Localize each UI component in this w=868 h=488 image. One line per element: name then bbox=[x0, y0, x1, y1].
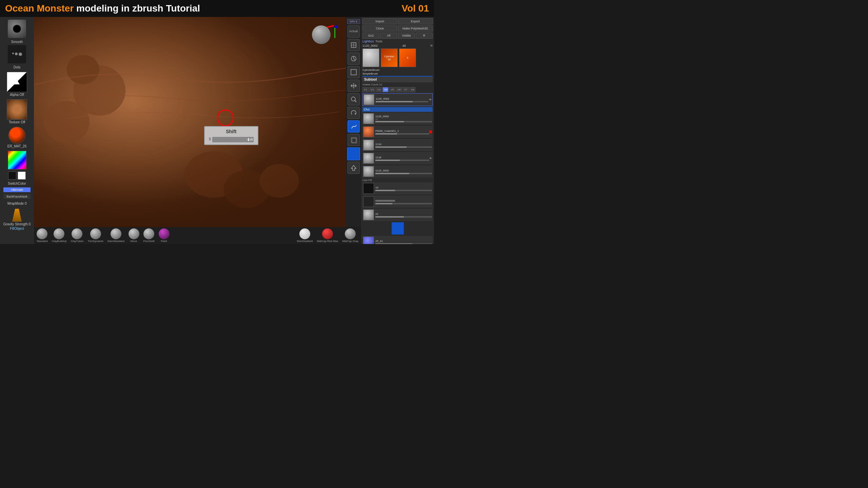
material-sphere[interactable] bbox=[8, 127, 25, 144]
subtool-info-0: 1120_0002 bbox=[374, 97, 428, 102]
vtab-v3[interactable]: V3 bbox=[376, 87, 382, 92]
svg-point-7 bbox=[260, 164, 299, 198]
clvz-button[interactable]: Clvz bbox=[362, 107, 433, 112]
subtool-slider-14[interactable] bbox=[375, 190, 432, 191]
dots-brush-preview[interactable] bbox=[8, 45, 26, 63]
subtool-slider-1115[interactable] bbox=[375, 173, 432, 174]
rotate-button[interactable] bbox=[348, 107, 360, 119]
brush-standard[interactable]: Standard bbox=[37, 228, 47, 243]
vtab-v1[interactable]: V1 bbox=[362, 87, 369, 92]
brush-claybuildup[interactable]: ClayBuildUp bbox=[52, 228, 66, 243]
cylinder-label: CylinderBrush bbox=[362, 68, 379, 72]
subtool-slider-zeros[interactable] bbox=[375, 203, 432, 204]
tool-thumb-simple[interactable]: S bbox=[399, 48, 416, 67]
brush-matcap-red[interactable]: MatCap Red Wax bbox=[317, 228, 338, 243]
material-label: ER_MAT_26 bbox=[7, 144, 27, 148]
subtool-slider-0[interactable] bbox=[376, 101, 428, 102]
alpha-box[interactable] bbox=[7, 72, 27, 92]
dynamic-button[interactable] bbox=[348, 53, 360, 65]
tool-thumbs-row: Cylinder3D S bbox=[362, 48, 433, 67]
subtool-item-zeros[interactable]: 0000000000000 bbox=[362, 196, 433, 208]
vtab-v2[interactable]: V2 bbox=[369, 87, 375, 92]
subtool-info-pm3d: PM3D_Cube3D1_1 bbox=[374, 129, 429, 135]
material-section[interactable]: ER_MAT_26 bbox=[7, 127, 27, 148]
zoomd-button[interactable] bbox=[348, 93, 360, 105]
subtool-eye-0[interactable]: 👁 bbox=[429, 98, 432, 101]
texture-box[interactable] bbox=[7, 99, 27, 120]
subtool-slider-1114[interactable] bbox=[375, 146, 432, 148]
gravity-label: Gravity Strength 0 bbox=[3, 222, 31, 226]
brush-ball-skinshaded4 bbox=[299, 228, 310, 239]
subtool-item-1116[interactable]: 1116 👁 bbox=[362, 152, 433, 164]
lightbox-link[interactable]: Lightbox bbox=[362, 40, 374, 43]
active-panel-indicator[interactable] bbox=[347, 147, 360, 160]
brush-trimdynamic[interactable]: TrimDynamic bbox=[87, 228, 103, 243]
canvas-area[interactable]: Shift S Shift bbox=[34, 17, 361, 227]
subtool-item-1[interactable]: 1120_0002 12 bbox=[362, 113, 433, 125]
subtool-item-pm3d[interactable]: PM3D_Cube3D1_1 bbox=[362, 126, 433, 138]
gizmo-sphere[interactable] bbox=[312, 25, 331, 44]
subtool-item-21[interactable]: 21 bbox=[362, 209, 433, 221]
import-button[interactable]: Import bbox=[362, 18, 397, 24]
arall-button[interactable] bbox=[348, 39, 360, 51]
subtool-slider-1[interactable] bbox=[375, 121, 432, 122]
subtool-item-25-21[interactable]: 25_21 bbox=[362, 236, 433, 244]
color-picker-section[interactable] bbox=[8, 151, 26, 169]
left-sidebar: Smooth Dots Alpha Off Texture Off ER_MAT… bbox=[0, 17, 34, 244]
brush-paint[interactable]: Paint bbox=[159, 228, 170, 243]
vtab-v5[interactable]: V5 bbox=[389, 87, 395, 92]
subtool-slider-21[interactable] bbox=[375, 216, 432, 218]
subtool-slider-1116[interactable] bbox=[375, 160, 429, 161]
fill-label[interactable]: FillObject bbox=[10, 227, 24, 230]
tool-thumb-cylinder[interactable]: Cylinder3D bbox=[381, 48, 398, 67]
frame-button[interactable] bbox=[348, 66, 360, 78]
vtab-v6[interactable]: V6 bbox=[396, 87, 402, 92]
go2-button[interactable]: Go2 bbox=[362, 33, 379, 39]
tool-thumb-1[interactable] bbox=[362, 48, 379, 67]
actual-button[interactable]: Actual bbox=[348, 25, 360, 38]
export-button[interactable]: Export bbox=[398, 18, 433, 24]
texture-section[interactable]: Texture Off bbox=[2, 99, 32, 124]
right-panel: Import Export Clone Make PolyMesh3D Go2 … bbox=[361, 17, 434, 244]
swatch-black[interactable] bbox=[8, 171, 16, 180]
swatch-white[interactable] bbox=[18, 171, 26, 180]
vtab-v8[interactable]: V8 bbox=[410, 87, 416, 92]
subtool-eye-1116[interactable]: 👁 bbox=[429, 157, 432, 160]
subtool-item-1115[interactable]: 1115_0002 bbox=[362, 165, 433, 178]
smooth-brush-preview[interactable] bbox=[8, 20, 26, 38]
sculpt-button[interactable] bbox=[348, 120, 360, 133]
visible-button[interactable]: Visible bbox=[398, 33, 415, 39]
svg-rect-12 bbox=[351, 69, 356, 75]
brush-move[interactable]: Move bbox=[129, 228, 139, 243]
alpha-section[interactable]: Alpha Off bbox=[2, 72, 32, 97]
make-polymesh-button[interactable]: Make PolyMesh3D bbox=[398, 25, 433, 32]
savor-button[interactable] bbox=[348, 162, 360, 174]
r-button[interactable]: R bbox=[416, 33, 433, 39]
subtool-item-14[interactable]: 14 bbox=[362, 182, 433, 195]
subtool-thumb-1116 bbox=[363, 153, 374, 164]
alternate-button[interactable]: Alternate bbox=[3, 187, 31, 192]
clone-button[interactable]: Clone bbox=[362, 25, 397, 32]
spix-button[interactable]: SPx 3 bbox=[347, 19, 360, 24]
vtab-v4[interactable]: V4 bbox=[382, 87, 389, 92]
brush-claytubes[interactable]: ClayTubes bbox=[71, 228, 84, 243]
subtool-info-1115: 1115_0002 bbox=[374, 169, 432, 174]
lightbox-tools-row: Lightbox Tools bbox=[362, 40, 433, 43]
all-button[interactable]: All bbox=[380, 33, 397, 39]
brush-skinshaded4[interactable]: SkinShaded4 bbox=[297, 228, 313, 243]
transp-button[interactable] bbox=[348, 134, 360, 146]
subtool-slider-25-21[interactable] bbox=[375, 243, 432, 244]
move-button[interactable] bbox=[348, 80, 360, 92]
brush-matcap-gray[interactable]: MatCap Gray bbox=[342, 228, 358, 243]
vol-label: Vol 01 bbox=[402, 3, 429, 14]
shift-slider-handle[interactable] bbox=[248, 138, 250, 142]
smooth-brush-label: Smooth bbox=[11, 40, 23, 44]
brush-damstandard[interactable]: DamStandard bbox=[107, 228, 124, 243]
vtab-v7[interactable]: V7 bbox=[403, 87, 409, 92]
color-picker-box[interactable] bbox=[8, 151, 26, 169]
brush-formsoft[interactable]: FormSoft bbox=[143, 228, 155, 243]
subtool-item-0[interactable]: 1120_0002 👁 bbox=[362, 93, 433, 106]
subtool-item-1114[interactable]: 1114 bbox=[362, 139, 433, 151]
subtool-slider-pm3d[interactable] bbox=[375, 133, 429, 135]
backface-button[interactable]: BackFaceMask bbox=[3, 194, 31, 199]
